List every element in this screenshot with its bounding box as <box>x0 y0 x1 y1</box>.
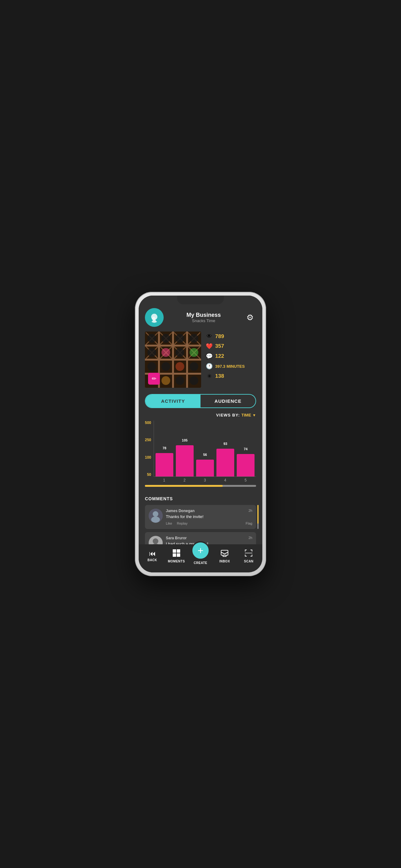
tab-activity[interactable]: ACTIVITY <box>145 395 201 407</box>
commenter-name-2: Sara Bruror <box>166 536 187 540</box>
like-action-1[interactable]: Like <box>166 522 172 525</box>
clock-icon: 🕐 <box>206 363 213 370</box>
nav-create[interactable]: + CREATE <box>188 548 212 565</box>
stats-panel: 👁 789 ❤️ 357 💬 122 🕐 <box>206 332 256 388</box>
svg-point-29 <box>175 348 184 357</box>
comment-time-1: 2h <box>248 509 252 513</box>
nav-back[interactable]: ⏮ BACK <box>140 550 164 562</box>
svg-point-38 <box>190 376 198 385</box>
interactions-value: 138 <box>215 373 224 379</box>
x-labels: 1 2 3 4 5 <box>154 477 256 483</box>
svg-point-27 <box>147 348 156 357</box>
x-label-1: 1 <box>155 478 173 483</box>
y-label-100: 100 <box>145 455 151 460</box>
business-subtitle: Snacks Time <box>164 318 244 323</box>
bar-group-5: 74 <box>237 421 255 476</box>
scroll-thumb <box>257 505 259 524</box>
views-by-label: VIEWS BY: <box>216 413 240 417</box>
moments-icon <box>172 549 180 558</box>
progress-fill <box>145 485 223 487</box>
bar-group-1: 78 <box>156 421 173 476</box>
progress-track <box>145 485 256 487</box>
comment-text-1: Thanks for the invite! <box>166 514 252 519</box>
comment-header-2: Sara Bruror 2h <box>166 536 252 540</box>
post-section: ✏ 👁 789 ❤️ 357 💬 <box>139 332 262 393</box>
comments-stat: 💬 122 <box>206 353 256 360</box>
eye-icon: 👁 <box>206 333 213 340</box>
phone-inner: My Business Snacks Time ⚙ <box>139 296 262 572</box>
bar-3 <box>196 460 214 476</box>
notch <box>177 296 224 304</box>
svg-point-43 <box>153 538 158 544</box>
svg-rect-48 <box>177 553 180 557</box>
bars-container: 78 105 56 <box>154 421 256 483</box>
bar-label-3: 56 <box>203 453 207 457</box>
y-axis: 500 250 100 50 <box>145 421 151 477</box>
svg-point-36 <box>162 376 170 385</box>
nav-moments[interactable]: MOMENTS <box>164 549 188 563</box>
moments-label: MOMENTS <box>168 560 185 563</box>
create-plus-icon: + <box>198 546 204 556</box>
cursor-icon: ✳ <box>206 373 213 380</box>
comment-time-2: 2h <box>248 536 252 540</box>
y-label-500: 500 <box>145 421 151 425</box>
likes-stat: ❤️ 357 <box>206 343 256 350</box>
comment-avatar-1 <box>149 509 163 523</box>
edit-button[interactable]: ✏ <box>148 373 160 384</box>
bar-group-3: 56 <box>196 421 214 476</box>
svg-rect-45 <box>173 549 176 553</box>
svg-point-24 <box>162 334 170 343</box>
bar-label-4: 93 <box>223 442 227 445</box>
back-icon: ⏮ <box>149 550 156 557</box>
heart-icon: ❤️ <box>206 343 213 350</box>
svg-point-30 <box>190 348 198 357</box>
svg-point-37 <box>175 376 184 385</box>
bar-2 <box>176 445 194 476</box>
svg-point-25 <box>175 334 184 343</box>
nav-inbox[interactable]: INBOX <box>213 549 237 563</box>
views-by-value: TIME <box>241 413 251 417</box>
interactions-stat: ✳ 138 <box>206 373 256 380</box>
bars-row: 78 105 56 <box>154 421 256 477</box>
dropdown-arrow-icon[interactable]: ▼ <box>252 413 256 417</box>
x-label-4: 4 <box>216 478 234 483</box>
y-label-50: 50 <box>147 472 151 477</box>
bar-label-5: 74 <box>244 447 247 451</box>
post-image-container: ✏ <box>145 332 201 388</box>
scroll-indicator <box>257 505 259 529</box>
bar-4 <box>216 449 234 477</box>
y-label-250: 250 <box>145 438 151 442</box>
likes-value: 357 <box>215 343 224 349</box>
create-button[interactable]: + <box>191 541 210 560</box>
svg-rect-46 <box>177 549 180 553</box>
business-name: My Business <box>164 312 244 318</box>
avatar <box>145 308 164 327</box>
bar-label-2: 105 <box>182 438 188 442</box>
svg-point-28 <box>162 348 170 357</box>
minutes-value: 397.3 MINUTES <box>215 364 245 369</box>
commenter-name-1: James Donegan <box>166 509 195 513</box>
tab-audience[interactable]: AUDIENCE <box>201 395 256 407</box>
svg-point-23 <box>147 334 156 343</box>
svg-point-26 <box>190 334 198 343</box>
svg-point-33 <box>175 362 184 371</box>
tabs-container: ACTIVITY AUDIENCE <box>145 394 256 408</box>
settings-icon[interactable]: ⚙ <box>244 311 256 324</box>
comment-body-1: James Donegan 2h Thanks for the invite! … <box>166 509 252 525</box>
comment-card-1: James Donegan 2h Thanks for the invite! … <box>145 505 256 529</box>
screen: My Business Snacks Time ⚙ <box>139 296 262 572</box>
content-area: ✏ 👁 789 ❤️ 357 💬 <box>139 332 262 572</box>
back-label: BACK <box>147 558 157 562</box>
flag-action-1[interactable]: Flag <box>246 522 252 525</box>
x-label-3: 3 <box>196 478 213 483</box>
inbox-icon <box>221 549 229 558</box>
inbox-label: INBOX <box>219 560 230 563</box>
phone-frame: My Business Snacks Time ⚙ <box>135 292 266 576</box>
bar-1 <box>156 453 173 476</box>
bar-group-4: 93 <box>216 421 234 476</box>
comments-title: COMMENTS <box>145 496 256 501</box>
svg-point-41 <box>151 517 160 523</box>
nav-scan[interactable]: SCAN <box>237 549 261 563</box>
svg-point-32 <box>162 362 170 371</box>
replay-action-1[interactable]: Replay <box>177 522 188 525</box>
